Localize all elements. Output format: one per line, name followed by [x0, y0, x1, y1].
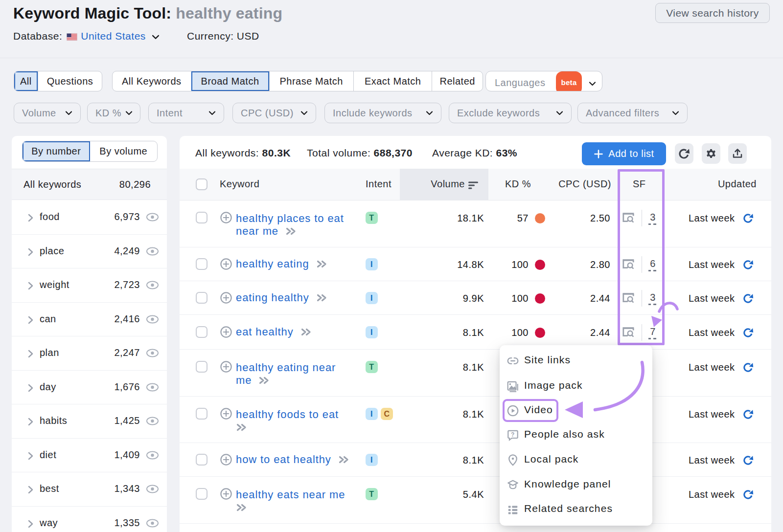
- svg-text:?: ?: [511, 431, 515, 438]
